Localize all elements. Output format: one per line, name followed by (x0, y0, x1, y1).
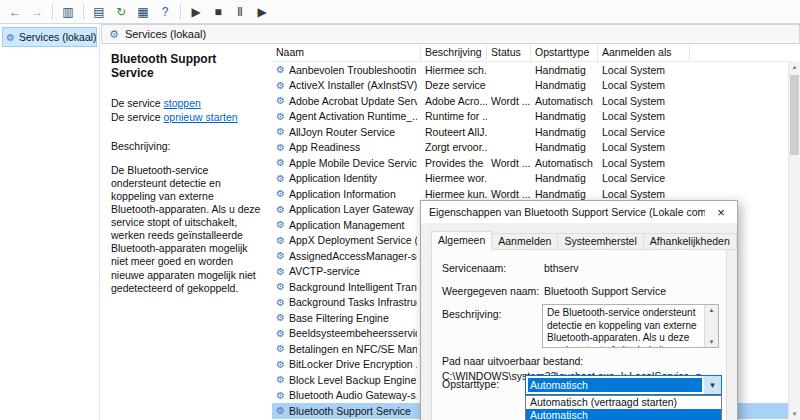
cell-desc: Deze service ... (421, 79, 487, 91)
dialog-tabs: AlgemeenAanmeldenSysteemherstelAfhankeli… (431, 231, 727, 250)
service-name: AssignedAccessManager-se... (289, 250, 417, 262)
toolbar-separator (83, 4, 84, 19)
cell-name: ⚙Bluetooth Audio Gateway-s... (272, 389, 421, 401)
service-gear-icon: ⚙ (276, 235, 285, 246)
column-header-desc[interactable]: Beschrijving (421, 44, 487, 61)
service-name: Application Identity (289, 172, 377, 184)
startup-type-combobox[interactable]: Automatisch ▾ (525, 375, 722, 395)
cell-status: Wordt ... (487, 157, 531, 169)
stop-service-icon[interactable]: ■ (208, 2, 228, 22)
scrollbar-thumb[interactable] (790, 75, 799, 155)
pause-service-icon[interactable]: Ⅱ (230, 2, 250, 22)
tab-aanmelden[interactable]: Aanmelden (491, 233, 558, 250)
cell-name: ⚙Aanbevolen Troubleshootin... (272, 64, 421, 76)
start-service-icon[interactable]: ▶ (186, 2, 206, 22)
service-name-label: Servicenaam: (442, 262, 506, 274)
desc-scroll-down-icon[interactable]: ▾ (705, 338, 718, 346)
service-gear-icon: ⚙ (276, 328, 285, 339)
cell-desc: Zorgt ervoor... (421, 141, 487, 153)
forward-icon[interactable]: → (27, 2, 47, 22)
service-gear-icon: ⚙ (276, 405, 285, 416)
tab-algemeen[interactable]: Algemeen (431, 231, 492, 250)
cell-start: Handmatig (531, 110, 598, 122)
cell-logon: Local System (598, 110, 690, 122)
service-name: Block Level Backup Engine ... (289, 374, 417, 386)
service-gear-icon: ⚙ (276, 250, 285, 261)
cell-logon: Local System (598, 64, 690, 76)
cell-start: Handmatig (531, 141, 598, 153)
description-text: De Bluetooth-service ondersteunt detecti… (111, 164, 262, 295)
description-scrollbar[interactable]: ▴ ▾ (704, 305, 718, 347)
cell-desc: Routeert AllJ... (421, 126, 487, 138)
cell-name: ⚙AssignedAccessManager-se... (272, 250, 421, 262)
back-icon[interactable]: ← (5, 2, 25, 22)
service-gear-icon: ⚙ (276, 266, 285, 277)
cell-start: Handmatig (531, 172, 598, 184)
column-header-name[interactable]: Naam (272, 44, 421, 61)
column-header-start[interactable]: Opstarttype (531, 44, 598, 61)
cell-name: ⚙Agent Activation Runtime_... (272, 110, 421, 122)
service-name: BitLocker Drive Encryption ... (289, 358, 417, 370)
column-header-logon[interactable]: Aanmelden als (598, 44, 690, 61)
cell-name: ⚙Adobe Acrobat Update Serv... (272, 95, 421, 107)
table-row[interactable]: ⚙AllJoyn Router ServiceRouteert AllJ...H… (272, 124, 800, 140)
table-row[interactable]: ⚙App ReadinessZorgt ervoor...HandmatigLo… (272, 140, 800, 156)
cell-desc: Hiermee wor... (421, 172, 487, 184)
cell-start: Handmatig (531, 64, 598, 76)
selected-service-title: Bluetooth Support Service (111, 52, 262, 81)
service-name: ActiveX Installer (AxInstSV) (289, 79, 417, 91)
cell-name: ⚙Application Information (272, 188, 421, 200)
tree-item-services-local[interactable]: ⚙ Services (lokaal) (2, 27, 97, 47)
stop-service-link[interactable]: stoppen (164, 97, 201, 109)
properties-dialog: Eigenschappen van Bluetooth Support Serv… (420, 200, 738, 420)
dropdown-option[interactable]: Automatisch (vertraagd starten) (526, 396, 721, 409)
service-name: Application Layer Gateway ... (289, 203, 417, 215)
cell-name: ⚙Application Identity (272, 172, 421, 184)
cell-start: Handmatig (531, 126, 598, 138)
table-scrollbar[interactable]: ▴ ▾ (788, 61, 800, 420)
show-console-tree-icon[interactable]: ▥ (58, 2, 78, 22)
column-header-status[interactable]: Status (487, 44, 531, 61)
cell-start: Automatisch (531, 95, 598, 107)
service-name: AllJoyn Router Service (289, 126, 395, 138)
table-row[interactable]: ⚙Agent Activation Runtime_...Runtime for… (272, 109, 800, 125)
help-icon[interactable]: ? (155, 2, 175, 22)
dropdown-option[interactable]: Automatisch (526, 409, 721, 420)
cell-name: ⚙Application Management (272, 219, 421, 231)
table-row[interactable]: ⚙Aanbevolen Troubleshootin...Hiermee sch… (272, 62, 800, 78)
toolbar: ←→▥▤↻▦?▶■Ⅱ▶ (0, 0, 800, 24)
service-gear-icon: ⚙ (276, 204, 285, 215)
desc-scroll-up-icon[interactable]: ▴ (705, 306, 718, 314)
service-gear-icon: ⚙ (276, 312, 285, 323)
dialog-close-icon[interactable]: × (705, 201, 737, 223)
table-row[interactable]: ⚙Apple Mobile Device ServiceProvides the… (272, 155, 800, 171)
service-name: Beeldsysteembeheersservice (289, 327, 417, 339)
refresh-icon[interactable]: ↻ (111, 2, 131, 22)
service-gear-icon: ⚙ (276, 281, 285, 292)
service-name: Bluetooth Audio Gateway-s... (289, 389, 417, 401)
table-row[interactable]: ⚙Adobe Acrobat Update Serv...Adobe Acro.… (272, 93, 800, 109)
scrollbar-down-icon[interactable]: ▾ (789, 408, 800, 420)
scrollbar-up-icon[interactable]: ▴ (789, 61, 800, 73)
restart-service-line: De service opnieuw starten (111, 111, 262, 124)
service-gear-icon: ⚙ (276, 359, 285, 370)
service-gear-icon: ⚙ (276, 297, 285, 308)
export-list-icon[interactable]: ▦ (133, 2, 153, 22)
cell-name: ⚙ActiveX Installer (AxInstSV) (272, 79, 421, 91)
description-textbox[interactable]: De Bluetooth-service ondersteunt detecti… (542, 304, 719, 348)
restart-service-icon[interactable]: ▶ (252, 2, 272, 22)
service-gear-icon: ⚙ (276, 374, 285, 385)
properties-icon[interactable]: ▤ (89, 2, 109, 22)
combobox-value: Automatisch (528, 378, 702, 392)
cell-name: ⚙Background Intelligent Tran... (272, 281, 421, 293)
cell-desc: Runtime for ... (421, 110, 487, 122)
cell-logon: Local System (598, 95, 690, 107)
tab-systeemherstel[interactable]: Systeemherstel (557, 233, 643, 250)
tab-afhankelijkheden[interactable]: Afhankelijkheden (643, 233, 737, 250)
service-name: Background Intelligent Tran... (289, 281, 417, 293)
table-row[interactable]: ⚙ActiveX Installer (AxInstSV)Deze servic… (272, 78, 800, 94)
restart-service-link[interactable]: opnieuw starten (164, 111, 238, 123)
service-name: Adobe Acrobat Update Serv... (289, 95, 417, 107)
table-row[interactable]: ⚙Application IdentityHiermee wor...Handm… (272, 171, 800, 187)
service-name: AVCTP-service (289, 265, 360, 277)
